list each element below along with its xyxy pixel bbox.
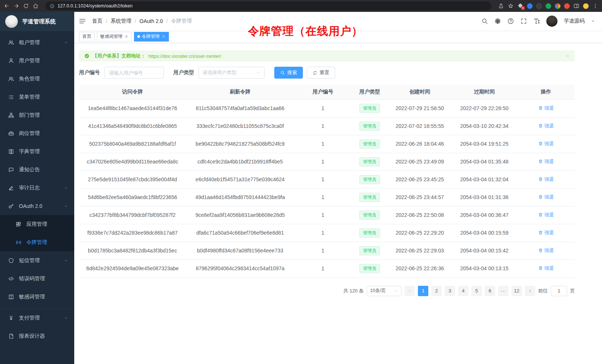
prev-page-button[interactable] (405, 286, 415, 296)
sidebar-item-audit[interactable]: 审计日志 (0, 179, 74, 197)
sidebar-item-label: 敏感词管理 (19, 294, 68, 300)
create-time-cell: 2022-06-25 22:29:03 (388, 242, 452, 259)
home-icon[interactable] (33, 3, 39, 9)
hamburger-icon[interactable] (79, 17, 86, 25)
app-logo[interactable]: 芋道管理系统 (0, 12, 74, 31)
notice-icon (8, 167, 14, 173)
fullscreen-icon[interactable] (520, 18, 527, 24)
sidebar-item-token[interactable]: 令牌管理 (0, 233, 74, 251)
tab-sensitive[interactable]: 敏感词管理 (97, 32, 132, 42)
page-button-2[interactable]: 2 (431, 286, 442, 296)
close-icon[interactable] (124, 34, 128, 39)
page-button-4[interactable]: 4 (458, 286, 468, 296)
user-id-cell: 1 (294, 224, 351, 242)
user-type-select[interactable]: 请选择用户类型 (199, 67, 265, 79)
force-logout-button[interactable]: 强退 (538, 212, 554, 218)
back-icon[interactable] (4, 3, 10, 9)
split-view-icon[interactable] (573, 3, 579, 9)
force-logout-button[interactable]: 强退 (538, 105, 554, 112)
sidebar-item-sensitive[interactable]: 敏感词管理 (0, 288, 74, 306)
sidebar-item-tenant[interactable]: 租户管理 (0, 33, 74, 52)
extension-dark-icon[interactable] (536, 3, 542, 9)
search-icon[interactable] (481, 18, 488, 24)
reset-button[interactable]: 重置 (307, 67, 335, 79)
extension-green-icon[interactable] (546, 3, 551, 9)
table-row: b0d1785bc3a8482f812db4a3f3bd15ec b0df498… (79, 242, 575, 259)
extensions-icon[interactable]: 0 (517, 3, 523, 9)
user-type-badge: 管理员 (359, 157, 380, 166)
forward-icon[interactable] (13, 3, 19, 9)
expire-time-cell: 2054-03-04 19:51:25 (452, 135, 517, 153)
doc-link[interactable]: https://doc.iocoder.cn/user-center/ (148, 53, 221, 59)
alert-close-icon[interactable] (565, 54, 570, 58)
sidebar-item-label: 应用管理 (26, 221, 68, 228)
force-logout-button[interactable]: 强退 (538, 176, 554, 183)
user-id-cell: 1 (294, 188, 351, 206)
page-size-select[interactable]: 10条/页 (367, 286, 402, 296)
extension-pinwheel-icon[interactable] (555, 3, 560, 9)
next-page-button[interactable] (525, 286, 535, 296)
page-button-3[interactable]: 3 (445, 286, 455, 296)
tab-home[interactable]: 首页 (79, 32, 95, 42)
force-logout-button[interactable]: 强退 (538, 140, 554, 147)
sidebar-item-app[interactable]: 应用管理 (0, 215, 74, 233)
browser-menu-icon[interactable] (592, 3, 598, 9)
help-icon[interactable] (507, 18, 514, 24)
search-button[interactable]: 搜索 (274, 67, 303, 79)
reload-icon[interactable] (23, 3, 29, 9)
sidebar-item-sms[interactable]: 短信管理 (0, 251, 74, 269)
caret-down-icon[interactable] (591, 19, 595, 23)
sidebar-item-dept[interactable]: 部门管理 (0, 106, 74, 124)
access-token-cell: c347026e805e4d99b0d116eae66eda8c (79, 153, 186, 171)
chevron-down-icon (394, 289, 398, 293)
token-table: 访问令牌 刷新令牌 用户编号 用户类型 创建时间 过期时间 操作 1ea5e44… (79, 85, 575, 278)
breadcrumb-item[interactable]: 首页 (92, 18, 102, 24)
breadcrumb-item[interactable]: OAuth 2.0 (140, 18, 163, 24)
sidebar-item-label: 错误码管理 (19, 275, 68, 282)
sidebar-item-notice[interactable]: 通知公告 (0, 161, 74, 179)
profile-avatar-icon[interactable] (583, 3, 589, 9)
force-logout-button[interactable]: 强退 (538, 194, 554, 201)
user-id-input[interactable] (104, 67, 164, 79)
github-icon[interactable] (494, 18, 501, 24)
expire-time-cell: 2054-03-04 01:31:36 (452, 188, 517, 206)
sidebar-item-pay[interactable]: 支付管理 (0, 309, 74, 327)
sidebar-item-menu[interactable]: 菜单管理 (0, 88, 74, 106)
user-avatar[interactable] (546, 16, 557, 27)
font-size-icon[interactable] (533, 18, 540, 24)
active-tab-dot (137, 35, 140, 38)
force-logout-button[interactable]: 强退 (538, 229, 554, 236)
extension-paw-icon[interactable] (564, 3, 570, 9)
force-logout-button[interactable]: 强退 (538, 123, 554, 129)
user-type-cell: 管理员 (351, 224, 388, 242)
tab-token[interactable]: 令牌管理 (134, 32, 169, 42)
extension-blue-icon[interactable] (527, 3, 533, 9)
force-logout-button[interactable]: 强退 (538, 158, 554, 165)
sidebar-item-user[interactable]: 用户管理 (0, 52, 74, 70)
sidebar-item-oauth2[interactable]: OAuth 2.0 (0, 197, 74, 215)
sidebar-item-role[interactable]: 角色管理 (0, 70, 74, 88)
sidebar-item-dict[interactable]: 字典管理 (0, 142, 74, 161)
more-pages-button[interactable]: ··· (498, 286, 508, 296)
sidebar-item-post[interactable]: 岗位管理 (0, 124, 74, 142)
bookmark-star-icon[interactable] (508, 3, 514, 9)
expire-time-cell: 2054-03-04 00:13:15 (452, 259, 517, 277)
site-info-icon[interactable] (50, 4, 55, 9)
force-logout-button[interactable]: 强退 (538, 265, 554, 272)
goto-page-input[interactable] (551, 286, 567, 296)
chevron-down-icon (64, 258, 68, 263)
close-icon[interactable] (161, 34, 166, 39)
sidebar-item-report[interactable]: 报表设计器 (0, 327, 74, 345)
share-icon[interactable] (498, 3, 504, 9)
force-logout-button[interactable]: 强退 (538, 247, 554, 254)
username[interactable]: 芋道源码 (564, 18, 585, 24)
page-button-5[interactable]: 5 (471, 286, 482, 296)
breadcrumb-item[interactable]: 系统管理 (111, 18, 131, 24)
page-button-6[interactable]: 6 (485, 286, 495, 296)
page-button-12[interactable]: 12 (511, 286, 522, 296)
page-button-1[interactable]: 1 (418, 286, 428, 296)
address-bar[interactable]: 127.0.0.1:1024/system/oauth2/token (45, 1, 491, 10)
sidebar-item-errcode[interactable]: 错误码管理 (0, 269, 74, 288)
pagination-total: 共 120 条 (343, 288, 364, 294)
refresh-token-cell: dfa6c71a50a54c66bef706ef9e6e8d81 (186, 224, 294, 242)
